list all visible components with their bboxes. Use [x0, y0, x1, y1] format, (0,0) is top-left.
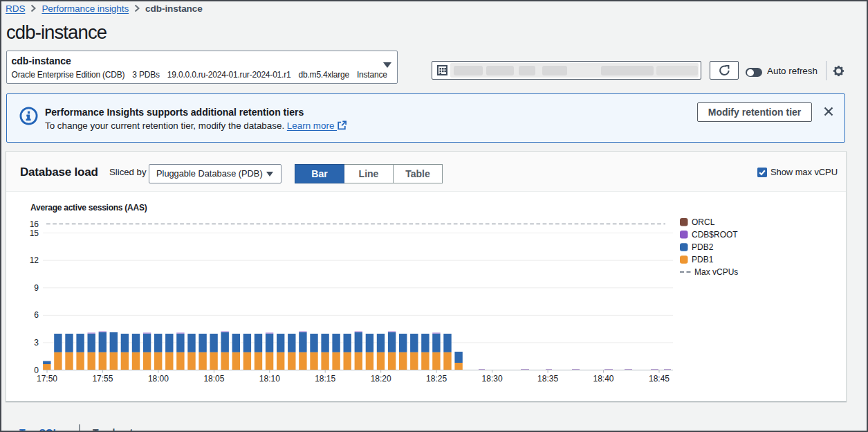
svg-text:18:30: 18:30	[482, 374, 503, 384]
svg-text:3: 3	[34, 338, 39, 348]
svg-text:18:15: 18:15	[315, 374, 335, 384]
svg-text:6: 6	[34, 310, 39, 320]
svg-text:12: 12	[30, 255, 39, 265]
svg-text:PDB2: PDB2	[692, 242, 714, 252]
svg-text:CDB$ROOT: CDB$ROOT	[692, 230, 738, 240]
svg-text:18:00: 18:00	[148, 374, 169, 384]
svg-text:18:40: 18:40	[593, 374, 613, 384]
svg-text:9: 9	[34, 283, 39, 293]
svg-text:18:25: 18:25	[426, 374, 447, 384]
svg-text:Max vCPUs: Max vCPUs	[694, 267, 738, 277]
svg-text:Average active sessions (AAS): Average active sessions (AAS)	[30, 203, 147, 213]
svg-text:17:55: 17:55	[92, 374, 113, 384]
svg-text:18:45: 18:45	[649, 374, 670, 384]
svg-text:18:20: 18:20	[371, 374, 391, 384]
svg-text:ORCL: ORCL	[692, 217, 715, 227]
svg-text:18:05: 18:05	[203, 374, 224, 384]
svg-text:18:35: 18:35	[537, 374, 558, 384]
svg-text:18:10: 18:10	[259, 374, 280, 384]
svg-text:15: 15	[30, 228, 39, 238]
svg-text:16: 16	[30, 219, 39, 229]
svg-text:17:50: 17:50	[37, 374, 57, 384]
svg-text:PDB1: PDB1	[692, 255, 714, 264]
